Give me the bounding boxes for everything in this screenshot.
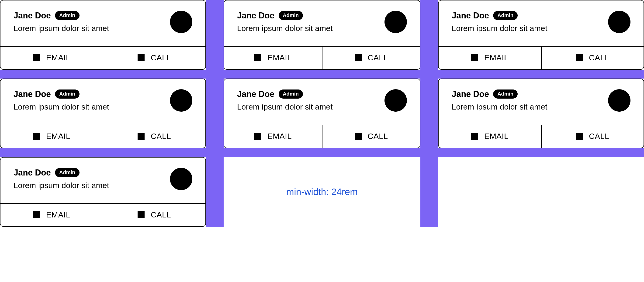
call-label: CALL [150, 53, 171, 62]
card-actions: EMAIL CALL [438, 125, 644, 148]
call-icon [138, 133, 144, 140]
email-button[interactable]: EMAIL [438, 125, 541, 148]
email-label: EMAIL [484, 132, 509, 141]
email-icon [33, 54, 40, 61]
card-body: Jane Doe Admin Lorem ipsum dolor sit ame… [0, 79, 206, 125]
email-button[interactable]: EMAIL [224, 47, 322, 69]
empty-cell [429, 157, 644, 227]
email-button[interactable]: EMAIL [438, 47, 541, 69]
avatar [384, 11, 407, 33]
card-body: Jane Doe Admin Lorem ipsum dolor sit ame… [438, 79, 644, 125]
user-card: Jane Doe Admin Lorem ipsum dolor sit ame… [438, 78, 644, 148]
card-actions: EMAIL CALL [224, 125, 420, 148]
role-badge: Admin [55, 89, 79, 99]
role-badge: Admin [493, 11, 518, 20]
email-label: EMAIL [268, 132, 292, 141]
call-button[interactable]: CALL [541, 47, 644, 69]
avatar [170, 89, 192, 112]
card-body: Jane Doe Admin Lorem ipsum dolor sit ame… [224, 79, 420, 125]
email-icon [471, 133, 478, 140]
call-button[interactable]: CALL [322, 47, 420, 69]
email-icon [254, 133, 262, 140]
email-label: EMAIL [46, 210, 70, 219]
avatar [384, 89, 407, 112]
email-label: EMAIL [46, 53, 70, 62]
min-width-annotation: min-width: 24rem [286, 187, 358, 197]
user-card: Jane Doe Admin Lorem ipsum dolor sit ame… [0, 0, 206, 70]
role-badge: Admin [279, 11, 303, 20]
user-description: Lorem ipsum dolor sit amet [237, 102, 333, 111]
card-actions: EMAIL CALL [0, 46, 206, 69]
user-name: Jane Doe [452, 11, 489, 20]
user-card: Jane Doe Admin Lorem ipsum dolor sit ame… [224, 0, 421, 70]
user-name: Jane Doe [237, 90, 274, 98]
user-name: Jane Doe [14, 90, 51, 98]
email-icon [471, 54, 478, 61]
email-button[interactable]: EMAIL [0, 204, 103, 226]
call-button[interactable]: CALL [541, 125, 644, 148]
call-label: CALL [589, 53, 609, 62]
call-label: CALL [589, 132, 609, 141]
user-card: Jane Doe Admin Lorem ipsum dolor sit ame… [438, 0, 644, 70]
role-badge: Admin [279, 89, 303, 99]
call-icon [355, 133, 362, 140]
user-card: Jane Doe Admin Lorem ipsum dolor sit ame… [224, 78, 421, 148]
call-button[interactable]: CALL [103, 47, 205, 69]
user-name: Jane Doe [14, 169, 51, 177]
card-actions: EMAIL CALL [438, 46, 644, 69]
call-button[interactable]: CALL [103, 204, 205, 226]
avatar [608, 89, 630, 112]
role-badge: Admin [55, 168, 79, 177]
user-name: Jane Doe [237, 11, 274, 20]
card-body: Jane Doe Admin Lorem ipsum dolor sit ame… [0, 0, 206, 46]
call-icon [576, 54, 583, 61]
user-name: Jane Doe [452, 90, 489, 98]
email-label: EMAIL [268, 53, 292, 62]
user-description: Lorem ipsum dolor sit amet [237, 24, 333, 33]
user-card: Jane Doe Admin Lorem ipsum dolor sit ame… [0, 157, 206, 227]
avatar [608, 11, 630, 33]
email-icon [33, 133, 40, 140]
email-button[interactable]: EMAIL [0, 125, 103, 148]
email-button[interactable]: EMAIL [224, 125, 322, 148]
role-badge: Admin [55, 11, 79, 20]
annotation-cell: min-width: 24rem [215, 157, 430, 227]
call-button[interactable]: CALL [103, 125, 205, 148]
call-label: CALL [150, 210, 171, 219]
user-description: Lorem ipsum dolor sit amet [452, 102, 547, 111]
user-description: Lorem ipsum dolor sit amet [14, 24, 109, 33]
email-label: EMAIL [484, 53, 509, 62]
email-icon [33, 211, 40, 218]
email-icon [254, 54, 262, 61]
call-label: CALL [368, 132, 388, 141]
call-label: CALL [150, 132, 171, 141]
user-description: Lorem ipsum dolor sit amet [452, 24, 547, 33]
call-icon [138, 54, 144, 61]
card-actions: EMAIL CALL [0, 125, 206, 148]
card-actions: EMAIL CALL [224, 46, 420, 69]
email-label: EMAIL [46, 132, 70, 141]
call-icon [576, 133, 583, 140]
card-grid: Jane Doe Admin Lorem ipsum dolor sit ame… [0, 0, 644, 227]
card-body: Jane Doe Admin Lorem ipsum dolor sit ame… [0, 158, 206, 203]
call-icon [355, 54, 362, 61]
avatar [170, 11, 192, 33]
user-description: Lorem ipsum dolor sit amet [14, 102, 109, 111]
call-label: CALL [368, 53, 388, 62]
email-button[interactable]: EMAIL [0, 47, 103, 69]
card-actions: EMAIL CALL [0, 203, 206, 226]
user-card: Jane Doe Admin Lorem ipsum dolor sit ame… [0, 78, 206, 148]
role-badge: Admin [493, 89, 518, 99]
card-body: Jane Doe Admin Lorem ipsum dolor sit ame… [438, 0, 644, 46]
call-icon [138, 211, 144, 218]
user-name: Jane Doe [14, 11, 51, 20]
avatar [170, 168, 192, 190]
call-button[interactable]: CALL [322, 125, 420, 148]
card-body: Jane Doe Admin Lorem ipsum dolor sit ame… [224, 0, 420, 46]
user-description: Lorem ipsum dolor sit amet [14, 181, 109, 190]
